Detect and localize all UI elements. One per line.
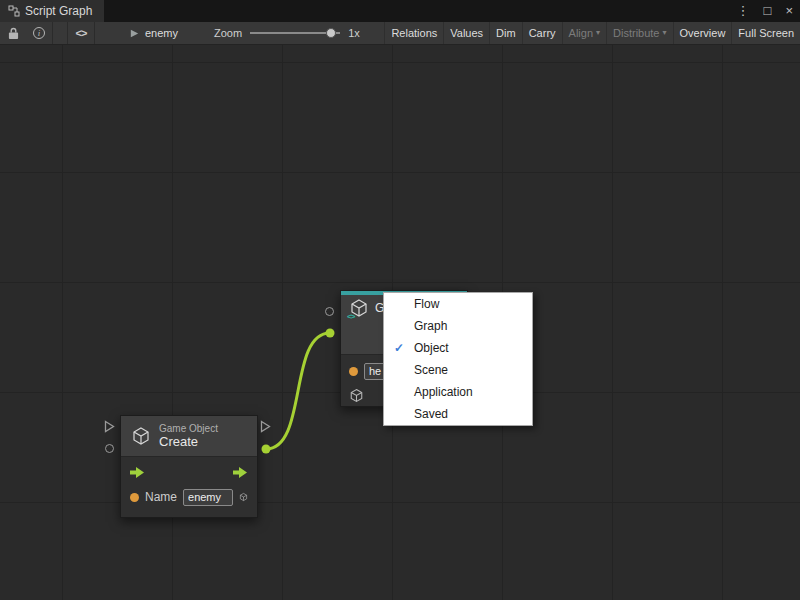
zoom-value: 1x	[348, 27, 360, 39]
menu-item-label: Flow	[414, 297, 439, 311]
distribute-button: Distribute ▾	[606, 22, 672, 44]
toolbar-buttons: Relations Values Dim Carry Align ▾ Distr…	[384, 22, 800, 44]
zoom-slider-handle[interactable]	[326, 28, 336, 38]
window-controls: ⋮ □ ×	[730, 0, 800, 22]
menu-item-label: Object	[414, 341, 449, 355]
relations-button[interactable]: Relations	[384, 22, 443, 44]
button-label: Distribute	[613, 22, 659, 44]
object-cube-icon[interactable]	[349, 388, 364, 403]
button-label: Carry	[529, 22, 556, 44]
overview-button[interactable]: Overview	[673, 22, 732, 44]
breadcrumb[interactable]: enemy	[129, 27, 178, 39]
menu-item-flow[interactable]: Flow	[384, 293, 532, 315]
game-object-cube-icon	[131, 426, 151, 446]
flow-ports-row	[130, 466, 248, 478]
breadcrumb-graph-icon	[129, 28, 140, 39]
chevron-down-icon: ▾	[596, 22, 600, 44]
create-flow-out-port[interactable]	[260, 420, 271, 433]
window-title: Script Graph	[25, 4, 92, 18]
value-port-icon[interactable]	[349, 367, 358, 376]
create-node-header: Game Object Create	[121, 416, 257, 456]
button-label: Relations	[391, 22, 437, 44]
zoom-control: Zoom 1x	[214, 26, 360, 40]
create-flow-in-port[interactable]	[104, 420, 115, 433]
carry-button[interactable]: Carry	[522, 22, 562, 44]
menu-item-label: Scene	[414, 363, 448, 377]
menu-item-object[interactable]: ✓ Object	[384, 337, 532, 359]
code-icon: <>	[76, 27, 87, 39]
button-label: Dim	[496, 22, 516, 44]
check-icon: ✓	[384, 341, 414, 355]
menu-item-label: Application	[414, 385, 473, 399]
zoom-label: Zoom	[214, 27, 242, 39]
menu-item-scene[interactable]: Scene	[384, 359, 532, 381]
zoom-slider[interactable]	[250, 26, 340, 40]
align-button: Align ▾	[562, 22, 606, 44]
lock-button[interactable]	[0, 22, 26, 44]
button-label: Values	[450, 22, 483, 44]
variable-kind-menu: Flow Graph ✓ Object Scene Application Sa…	[383, 292, 533, 426]
button-label: Overview	[680, 22, 726, 44]
toolbar-separator	[52, 22, 53, 44]
maximize-icon[interactable]: □	[757, 0, 779, 22]
info-button[interactable]: i	[26, 22, 52, 44]
gv-input-port[interactable]	[325, 307, 334, 316]
value-port-icon[interactable]	[130, 493, 139, 502]
create-name-port[interactable]	[105, 444, 114, 453]
create-node[interactable]: Game Object Create Name	[120, 415, 258, 518]
variable-code-badge-icon: <>	[347, 312, 354, 321]
values-button[interactable]: Values	[443, 22, 489, 44]
full-screen-button[interactable]: Full Screen	[731, 22, 800, 44]
flow-out-arrow-icon[interactable]	[233, 467, 248, 478]
create-node-body: Name	[121, 456, 257, 517]
node-category: Game Object	[159, 423, 218, 434]
button-label: Full Screen	[738, 22, 794, 44]
lock-icon	[8, 27, 19, 40]
title-bar: Script Graph ⋮ □ ×	[0, 0, 800, 22]
close-icon[interactable]: ×	[778, 0, 800, 22]
dim-button[interactable]: Dim	[489, 22, 522, 44]
variable-cube-icon: <>	[349, 298, 369, 318]
name-input[interactable]	[183, 489, 233, 506]
toolbar-separator	[94, 22, 95, 44]
script-graph-icon	[8, 5, 20, 17]
graph-toolbar: i <> enemy Zoom 1x Relations Values Dim …	[0, 22, 800, 45]
menu-kebab-icon[interactable]: ⋮	[730, 0, 757, 22]
param-label: Name	[145, 490, 177, 504]
name-param-row: Name	[130, 487, 248, 507]
edit-source-button[interactable]: <>	[68, 22, 94, 44]
menu-item-graph[interactable]: Graph	[384, 315, 532, 337]
info-icon: i	[33, 27, 45, 39]
menu-item-label: Graph	[414, 319, 447, 333]
breadcrumb-graph-name: enemy	[145, 27, 178, 39]
menu-item-label: Saved	[414, 407, 448, 421]
flow-in-arrow-icon[interactable]	[130, 467, 145, 478]
window-tab[interactable]: Script Graph	[0, 0, 104, 22]
chevron-down-icon: ▾	[663, 22, 667, 44]
output-cube-icon[interactable]	[239, 490, 248, 504]
node-title: Create	[159, 434, 218, 449]
menu-item-application[interactable]: Application	[384, 381, 532, 403]
menu-item-saved[interactable]: Saved	[384, 403, 532, 425]
button-label: Align	[569, 22, 593, 44]
